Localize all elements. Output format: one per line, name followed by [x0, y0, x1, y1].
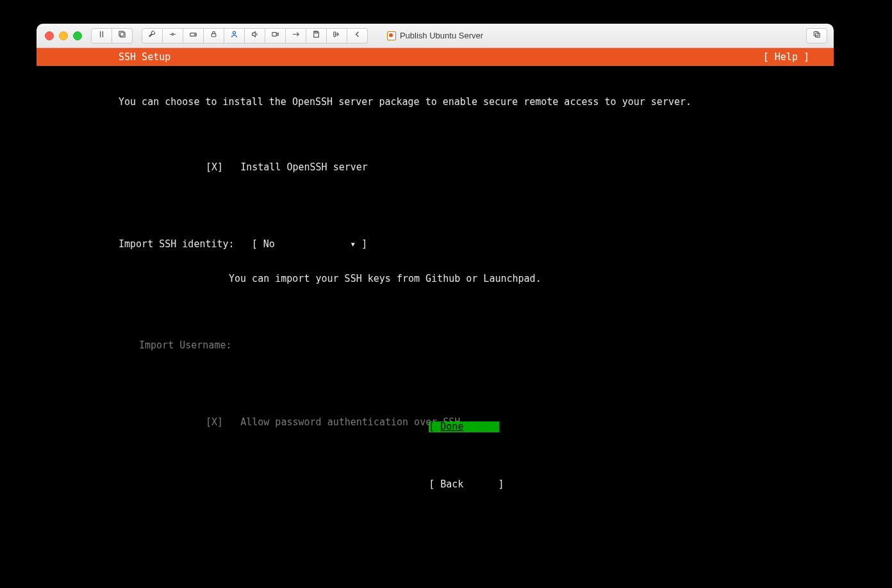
- camera-button[interactable]: [265, 28, 286, 44]
- svg-rect-2: [119, 31, 124, 37]
- lock-icon: [209, 29, 219, 42]
- spacer: [37, 196, 834, 215]
- toolbar-group-right: [806, 28, 827, 44]
- zoom-window-button[interactable]: [73, 31, 82, 40]
- user-icon: [229, 29, 239, 42]
- speaker-icon: [250, 29, 260, 42]
- close-window-button[interactable]: [45, 31, 54, 40]
- import-hint-row: You can import your SSH keys from Github…: [37, 273, 834, 284]
- svg-point-6: [195, 34, 195, 35]
- network-icon: [168, 29, 178, 42]
- spacer: [37, 131, 834, 138]
- svg-rect-7: [211, 34, 216, 37]
- install-openssh-row: [X] Install OpenSSH server: [37, 161, 834, 173]
- camera-icon: [270, 29, 280, 42]
- vm-icon: [387, 31, 396, 40]
- usb-button[interactable]: [286, 28, 306, 44]
- installer-header: SSH Setup [ Help ]: [37, 48, 834, 66]
- fullscreen-button[interactable]: [806, 28, 827, 44]
- installer-console: SSH Setup [ Help ] You can choose to ins…: [37, 48, 834, 527]
- stack-icon: [117, 29, 127, 42]
- settings-button[interactable]: [142, 28, 163, 44]
- share-button[interactable]: [327, 28, 347, 44]
- pause-button[interactable]: [91, 28, 112, 44]
- network-button[interactable]: [163, 28, 183, 44]
- window-title-text: Publish Ubuntu Server: [400, 31, 483, 40]
- chevron-left-icon: [352, 29, 362, 42]
- pause-icon: [97, 29, 106, 42]
- import-username-row: Import Username:: [37, 339, 834, 351]
- footer-buttons: [ Done ] [ Back ]: [37, 386, 834, 525]
- installer-body: You can choose to install the OpenSSH se…: [37, 66, 834, 527]
- toolbar-group-devices: [142, 28, 368, 44]
- help-button[interactable]: [ Help ]: [763, 48, 809, 66]
- svg-point-8: [233, 31, 235, 34]
- import-identity-row: Import SSH identity: [ No ▾ ]: [37, 238, 834, 250]
- svg-rect-12: [814, 31, 818, 36]
- done-button[interactable]: [ Done ]: [429, 421, 499, 432]
- svg-rect-9: [272, 33, 277, 37]
- svg-rect-11: [334, 32, 336, 37]
- svg-rect-10: [315, 31, 318, 33]
- vm-window: Publish Ubuntu Server SSH Setup [ Help ]…: [37, 24, 834, 527]
- done-button-label: Done: [440, 421, 463, 432]
- import-hint-text: You can import your SSH keys from Github…: [229, 273, 541, 284]
- lock-button[interactable]: [204, 28, 224, 44]
- minimize-window-button[interactable]: [59, 31, 68, 40]
- svg-rect-3: [120, 33, 126, 38]
- spacer: [37, 307, 834, 316]
- import-identity-label: Import SSH identity:: [119, 238, 235, 250]
- drive-button[interactable]: [183, 28, 204, 44]
- usb-icon: [291, 29, 301, 42]
- svg-rect-13: [816, 33, 820, 38]
- back-button-label: Back: [440, 478, 463, 490]
- svg-point-4: [172, 33, 174, 35]
- share-icon: [332, 29, 342, 42]
- toolbar-group-left: [91, 28, 133, 44]
- header-title: SSH Setup: [119, 48, 170, 66]
- import-username-label: Import Username:: [139, 339, 232, 351]
- wrench-icon: [147, 29, 157, 42]
- floppy-icon: [311, 29, 321, 42]
- user-button[interactable]: [224, 28, 245, 44]
- import-identity-value: No: [263, 238, 275, 250]
- titlebar: Publish Ubuntu Server: [37, 24, 834, 48]
- intro-text: You can choose to install the OpenSSH se…: [37, 96, 834, 108]
- install-openssh-checkbox[interactable]: [X]: [206, 161, 223, 173]
- chevron-down-icon: ▾: [350, 238, 356, 250]
- import-identity-select[interactable]: [ No ▾ ]: [252, 238, 368, 250]
- fullscreen-icon: [812, 29, 822, 42]
- back-button[interactable]: [ Back ]: [429, 479, 499, 490]
- install-openssh-label: Install OpenSSH server: [240, 161, 368, 173]
- sound-button[interactable]: [245, 28, 265, 44]
- hard-drive-icon: [188, 29, 198, 42]
- collapse-toolbar-button[interactable]: [347, 28, 368, 44]
- save-button[interactable]: [306, 28, 327, 44]
- window-controls: [45, 31, 82, 40]
- snapshot-button[interactable]: [112, 28, 133, 44]
